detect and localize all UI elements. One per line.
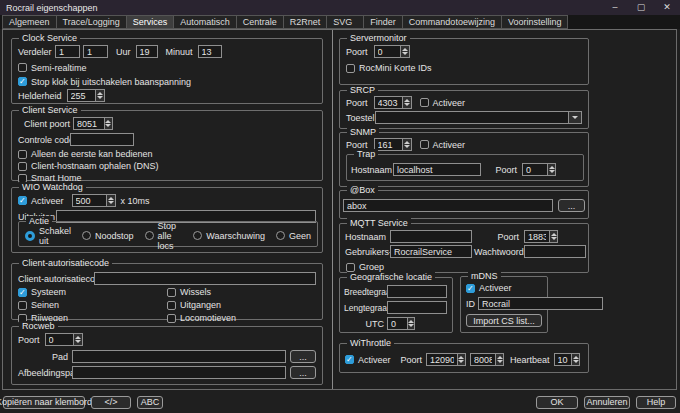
- import-cs-list-button[interactable]: Import CS list...: [466, 314, 542, 327]
- spinner-arrows-icon[interactable]: [547, 164, 555, 175]
- spinner-arrows-icon[interactable]: [402, 97, 410, 108]
- servermonitor-poort-input[interactable]: [375, 46, 401, 57]
- trap-poort-spinner[interactable]: [522, 163, 556, 176]
- checkbox-hostnaam-dns[interactable]: Client-hostnaam ophalen (DNS): [18, 161, 159, 171]
- spinner-arrows-icon[interactable]: [95, 90, 103, 101]
- spinner-arrows-icon[interactable]: [73, 334, 81, 345]
- verdeler-input-1[interactable]: [55, 45, 80, 58]
- atbox-browse-button[interactable]: ...: [558, 199, 585, 212]
- spinner-arrows-icon[interactable]: [495, 354, 503, 365]
- breedtegraad-input[interactable]: [387, 285, 447, 298]
- tab-centrale[interactable]: Centrale: [236, 15, 284, 29]
- controle-code-input[interactable]: [70, 133, 134, 146]
- snmp-poort-input[interactable]: [375, 139, 403, 150]
- rocweb-poort-spinner[interactable]: [45, 333, 83, 346]
- tab-r2rnet[interactable]: R2Rnet: [283, 15, 328, 29]
- mdns-id-input[interactable]: [478, 297, 603, 310]
- checkbox-snmp-activeer[interactable]: Activeer: [420, 140, 466, 150]
- checkbox-alleen-eerste[interactable]: Alleen de eerste kan bedienen: [18, 149, 153, 159]
- verdeler-input-2[interactable]: [83, 45, 108, 58]
- checkbox-semi-realtime[interactable]: Semi-realtime: [18, 63, 87, 73]
- tab-finder[interactable]: Finder: [363, 15, 403, 29]
- tab-commandotoewijzing[interactable]: Commandotoewijzing: [402, 15, 502, 29]
- radio-schakel-uit[interactable]: Schakel uit: [25, 226, 71, 246]
- radio-noodstop[interactable]: Noodstop: [82, 231, 134, 241]
- client-poort-input[interactable]: [74, 118, 104, 129]
- checkbox-locomotieven[interactable]: Locomotieven: [167, 313, 316, 323]
- checkbox-wissels[interactable]: Wissels: [167, 287, 316, 297]
- pad-browse-button[interactable]: ...: [290, 350, 316, 363]
- spinner-arrows-icon[interactable]: [407, 318, 414, 329]
- tab-services[interactable]: Services: [126, 15, 175, 29]
- trap-poort-input[interactable]: [523, 164, 547, 175]
- spinner-arrows-icon[interactable]: [549, 231, 557, 242]
- abc-button[interactable]: ABC: [137, 396, 163, 409]
- spinner-arrows-icon[interactable]: [106, 195, 115, 206]
- servermonitor-poort-spinner[interactable]: [374, 45, 410, 58]
- atbox-input[interactable]: [343, 199, 553, 212]
- radio-waarschuwing[interactable]: Waarschuwing: [193, 231, 265, 241]
- spinner-arrows-icon[interactable]: [402, 139, 410, 150]
- mqtt-hostnaam-input[interactable]: [390, 230, 472, 243]
- withrottle-poort2-input[interactable]: [471, 354, 495, 365]
- xml-code-button[interactable]: </>: [91, 396, 131, 409]
- checkbox-mdns-activeer[interactable]: Activeer: [466, 283, 512, 293]
- checkbox-rocmini-korte-ids[interactable]: RocMini Korte IDs: [346, 63, 432, 73]
- checkbox-systeem[interactable]: Systeem: [18, 287, 167, 297]
- tab-automatisch[interactable]: Automatisch: [173, 15, 237, 29]
- afbeeldingspad-browse-button[interactable]: ...: [290, 366, 316, 379]
- toestel-input[interactable]: [376, 112, 568, 123]
- rocweb-poort-input[interactable]: [46, 334, 74, 345]
- checkbox-groep[interactable]: Groep: [346, 262, 384, 272]
- spinner-arrows-icon[interactable]: [400, 46, 408, 57]
- tab-svg[interactable]: SVG: [326, 15, 364, 29]
- checkbox-srcp-activeer[interactable]: Activeer: [420, 98, 466, 108]
- close-icon[interactable]: ✕: [654, 0, 680, 15]
- minimize-icon[interactable]: –: [602, 0, 628, 15]
- tab-trace-logging[interactable]: Trace/Logging: [56, 15, 127, 29]
- mqtt-wachtwoord-input[interactable]: [524, 245, 586, 258]
- client-poort-spinner[interactable]: [73, 117, 113, 130]
- helderheid-spinner[interactable]: [67, 89, 105, 102]
- cancel-button[interactable]: Annuleren: [584, 396, 630, 409]
- checkbox-wio-activeer[interactable]: Activeer: [18, 196, 64, 206]
- afbeeldingspad-input[interactable]: [72, 366, 286, 379]
- spinner-arrows-icon[interactable]: [571, 354, 578, 365]
- checkbox-stop-klok[interactable]: Stop klok bij uitschakelen baanspanning: [18, 77, 191, 87]
- srcp-poort-input[interactable]: [375, 97, 403, 108]
- radio-geen[interactable]: Geen: [276, 231, 311, 241]
- wio-interval-spinner[interactable]: [72, 194, 116, 207]
- pad-input[interactable]: [72, 350, 286, 363]
- radio-stop-alle-locs[interactable]: Stop alle locs: [145, 221, 183, 251]
- chevron-down-icon[interactable]: [568, 112, 581, 123]
- ok-button[interactable]: OK: [536, 396, 578, 409]
- wio-interval-input[interactable]: [73, 195, 106, 206]
- spinner-arrows-icon[interactable]: [104, 118, 112, 129]
- srcp-poort-spinner[interactable]: [374, 96, 412, 109]
- utc-spinner[interactable]: [387, 317, 415, 330]
- checkbox-seinen[interactable]: Seinen: [18, 300, 167, 310]
- help-button[interactable]: Help: [636, 396, 676, 409]
- utc-input[interactable]: [388, 318, 407, 329]
- spinner-arrows-icon[interactable]: [457, 354, 465, 365]
- tab-voorinstelling[interactable]: Voorinstelling: [501, 15, 569, 29]
- autorisatiecode-input[interactable]: [94, 272, 316, 285]
- maximize-icon[interactable]: ▢: [628, 0, 654, 15]
- checkbox-withrottle-activeer[interactable]: Activeer: [345, 355, 391, 365]
- trap-hostnaam-input[interactable]: [393, 163, 481, 176]
- minuut-input[interactable]: [198, 45, 222, 58]
- helderheid-input[interactable]: [68, 90, 96, 101]
- snmp-poort-spinner[interactable]: [374, 138, 412, 151]
- mqtt-poort-input[interactable]: [525, 231, 549, 242]
- checkbox-uitgangen[interactable]: Uitgangen: [167, 300, 316, 310]
- lengtegraad-input[interactable]: [387, 301, 447, 314]
- withrottle-poort2-spinner[interactable]: [470, 353, 504, 366]
- withrottle-poort1-spinner[interactable]: [426, 353, 466, 366]
- toestel-dropdown[interactable]: [375, 111, 582, 124]
- mqtt-gebruikers-input[interactable]: [390, 245, 472, 258]
- tab-algemeen[interactable]: Algemeen: [2, 15, 57, 29]
- heartbeat-input[interactable]: [555, 354, 572, 365]
- uur-input[interactable]: [136, 45, 158, 58]
- mqtt-poort-spinner[interactable]: [524, 230, 558, 243]
- withrottle-poort1-input[interactable]: [427, 354, 457, 365]
